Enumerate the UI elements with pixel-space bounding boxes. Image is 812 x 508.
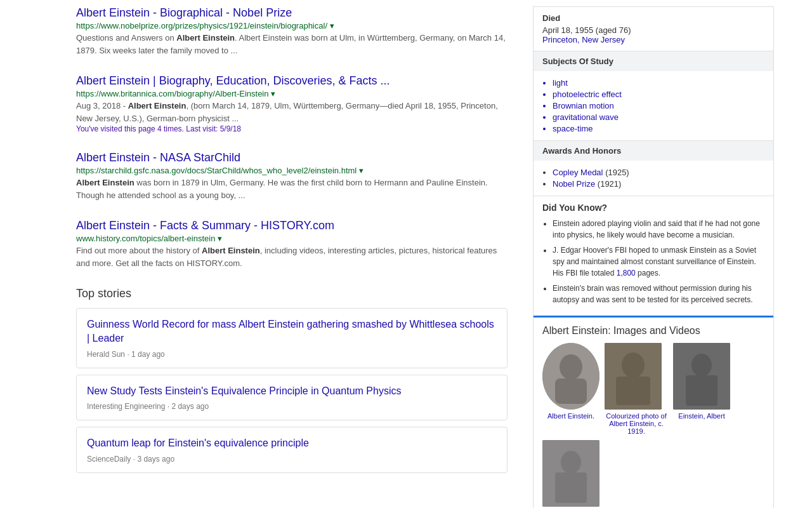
subjects-header: Subjects Of Study <box>534 51 773 71</box>
died-section: Died April 18, 1955 (aged 76) Princeton,… <box>534 7 773 51</box>
search-result-3: Albert Einstein - NASA StarChild https:/… <box>76 151 508 201</box>
story-2-title[interactable]: New Study Tests Einstein's Equivalence P… <box>87 384 497 398</box>
result-2-title[interactable]: Albert Einstein | Biography, Education, … <box>76 74 390 87</box>
image-caption-2[interactable]: Colourized photo of Albert Einstein, c. … <box>605 412 668 435</box>
image-photo-1 <box>542 343 599 410</box>
subjects-section: Subjects Of Study light photoelectric ef… <box>534 51 773 141</box>
story-3-source: ScienceDaily <box>87 455 131 464</box>
did-you-know-header: Did You Know? <box>542 203 764 213</box>
died-label: Died <box>542 13 764 23</box>
search-result-4: Albert Einstein - Facts & Summary - HIST… <box>76 219 508 269</box>
subject-light[interactable]: light <box>553 78 764 88</box>
dyk-list: Einstein adored playing violin and said … <box>542 218 764 305</box>
story-1-source: Herald Sun <box>87 350 125 359</box>
image-photo-2 <box>605 343 662 410</box>
result-3-url[interactable]: https://starchild.gsfc.nasa.gov/docs/Sta… <box>76 166 357 175</box>
award-copley-year: (1925) <box>605 168 629 177</box>
awards-list: Copley Medal (1925) Nobel Prize (1921) <box>534 161 773 196</box>
result-1-snippet: Questions and Answers on Albert Einstein… <box>76 32 508 57</box>
died-date: April 18, 1955 (aged 76) <box>542 25 764 35</box>
award-nobel: Nobel Prize (1921) <box>553 179 764 189</box>
images-section: Albert Einstein: Images and Videos Albe <box>534 318 773 508</box>
story-card-2: New Study Tests Einstein's Equivalence P… <box>76 375 508 420</box>
search-result-1: Albert Einstein - Biographical - Nobel P… <box>76 6 508 57</box>
images-header: Albert Einstein: Images and Videos <box>542 325 764 337</box>
result-2-arrow: ▾ <box>271 89 275 98</box>
images-grid: Albert Einstein. Colourized photo of Alb… <box>542 343 764 508</box>
search-result-2: Albert Einstein | Biography, Education, … <box>76 74 508 133</box>
image-caption-1[interactable]: Albert Einstein. <box>542 412 599 420</box>
awards-section: Awards And Honors Copley Medal (1925) No… <box>534 141 773 196</box>
svg-point-4 <box>622 352 645 378</box>
top-stories-section: Top stories Guinness World Record for ma… <box>76 287 508 473</box>
svg-rect-11 <box>555 472 587 503</box>
award-copley-link[interactable]: Copley Medal <box>553 168 603 177</box>
result-2-visited: You've visited this page 4 times. Last v… <box>76 124 508 133</box>
subject-gravitational[interactable]: gravitational wave <box>553 112 764 122</box>
svg-rect-2 <box>555 378 587 404</box>
result-3-title[interactable]: Albert Einstein - NASA StarChild <box>76 151 240 164</box>
results-column: Albert Einstein - Biographical - Nobel P… <box>0 6 520 508</box>
result-4-url[interactable]: www.history.com/topics/albert-einstein <box>76 234 215 243</box>
story-1-meta: Herald Sun · 1 day ago <box>87 350 497 359</box>
result-3-arrow: ▾ <box>359 166 363 175</box>
result-4-arrow: ▾ <box>218 234 222 243</box>
result-2-url[interactable]: https://www.britannica.com/biography/Alb… <box>76 89 268 98</box>
svg-point-1 <box>560 354 582 380</box>
svg-rect-8 <box>686 375 717 406</box>
info-panel: Died April 18, 1955 (aged 76) Princeton,… <box>533 6 774 508</box>
story-2-meta: Interesting Engineering · 2 days ago <box>87 402 497 411</box>
awards-header: Awards And Honors <box>534 141 773 161</box>
result-3-snippet: Albert Einstein was born in 1879 in Ulm,… <box>76 177 508 201</box>
image-photo-4 <box>542 440 599 507</box>
award-nobel-year: (1921) <box>598 179 622 189</box>
subject-photoelectric[interactable]: photoelectric effect <box>553 90 764 99</box>
svg-rect-5 <box>616 377 650 405</box>
story-3-title[interactable]: Quantum leap for Einstein's equivalence … <box>87 436 497 450</box>
award-copley: Copley Medal (1925) <box>553 168 764 177</box>
result-4-snippet: Find out more about the history of Alber… <box>76 244 508 269</box>
result-1-title[interactable]: Albert Einstein - Biographical - Nobel P… <box>76 6 292 19</box>
subject-brownian[interactable]: Brownian motion <box>553 101 764 110</box>
subject-spacetime[interactable]: space-time <box>553 124 764 133</box>
story-card-1: Guinness World Record for mass Albert Ei… <box>76 308 508 368</box>
image-item-3[interactable]: Einstein, Albert <box>673 343 730 435</box>
top-stories-header: Top stories <box>76 287 508 300</box>
did-you-know-section: Did You Know? Einstein adored playing vi… <box>534 196 773 318</box>
died-place-link[interactable]: Princeton, New Jersey <box>542 35 625 44</box>
image-item-1[interactable]: Albert Einstein. <box>542 343 599 435</box>
image-item-2[interactable]: Colourized photo of Albert Einstein, c. … <box>605 343 668 435</box>
result-2-snippet: Aug 3, 2018 - Albert Einstein, (born Mar… <box>76 100 508 124</box>
dyk-fact-3: Einstein's brain was removed without per… <box>553 283 764 305</box>
image-caption-3[interactable]: Einstein, Albert <box>673 412 730 420</box>
svg-point-10 <box>561 451 581 474</box>
result-4-title[interactable]: Albert Einstein - Facts & Summary - HIST… <box>76 219 334 232</box>
dyk-highlight-1800: 1,800 <box>617 269 636 277</box>
story-2-source: Interesting Engineering <box>87 402 165 411</box>
dyk-fact-2: J. Edgar Hoover's FBI hoped to unmask Ei… <box>553 244 764 279</box>
award-nobel-link[interactable]: Nobel Prize <box>553 179 595 189</box>
story-card-3: Quantum leap for Einstein's equivalence … <box>76 427 508 472</box>
dyk-fact-1: Einstein adored playing violin and said … <box>553 218 764 241</box>
story-3-age: 3 days ago <box>137 455 174 464</box>
image-item-4[interactable]: Einstein, Albert <box>542 440 599 508</box>
story-3-meta: ScienceDaily · 3 days ago <box>87 455 497 464</box>
svg-point-7 <box>691 354 712 377</box>
subjects-list: light photoelectric effect Brownian moti… <box>534 71 773 140</box>
result-1-url[interactable]: https://www.nobelprize.org/prizes/physic… <box>76 21 327 30</box>
image-photo-3 <box>673 343 730 410</box>
story-1-age: 1 day ago <box>131 350 165 359</box>
info-column: Died April 18, 1955 (aged 76) Princeton,… <box>520 6 787 508</box>
result-1-arrow: ▾ <box>330 21 334 30</box>
story-2-age: 2 days ago <box>171 402 209 411</box>
story-1-title[interactable]: Guinness World Record for mass Albert Ei… <box>87 318 497 346</box>
